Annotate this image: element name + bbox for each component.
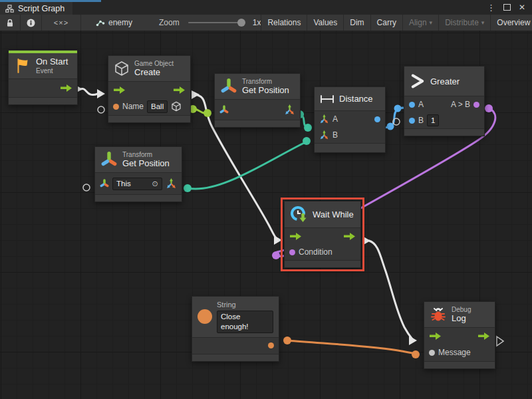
target-object-field[interactable]: This ⊙ [112,178,162,190]
port-label: Message [438,348,471,357]
values-button[interactable]: Values [307,15,343,31]
node-category: Debug [452,306,471,314]
zoom-label: Zoom [159,18,180,27]
node-greater[interactable]: Greater A A > B B 1 [404,66,485,136]
bool-in-port-dot[interactable] [289,249,295,255]
node-get-position-bottom[interactable]: Transform Get Position This ⊙ [94,146,182,202]
node-footer [424,361,495,368]
output-label: A > B [451,100,470,109]
vector3-out-port[interactable] [284,104,295,116]
node-on-start-event[interactable]: On Start Event [8,50,78,105]
vector3-in-port[interactable] [319,130,329,140]
bool-out-port-dot[interactable] [473,102,479,108]
node-header: Greater [404,66,484,96]
port-a-row: A A > B [404,96,484,112]
chevron-down-icon: ▾ [430,19,433,26]
flow-in-port[interactable] [113,86,126,94]
zoom-slider[interactable] [188,22,244,23]
port-label: Name [122,102,144,111]
flow-row [424,328,495,344]
node-string-literal[interactable]: String Close enough! [192,296,279,362]
inspect-button[interactable] [21,15,42,31]
node-header: Debug Log [424,302,495,328]
object-picker-icon[interactable]: ⊙ [152,179,158,189]
graph-toolbar: <×> enemy Zoom 1x Relations Values Dim C… [0,15,532,31]
tab-title: Script Graph [18,4,65,13]
relations-button[interactable]: Relations [261,15,307,31]
port-label: A [332,114,338,124]
port-label: B [332,130,338,140]
node-footer [215,120,300,127]
dim-button[interactable]: Dim [343,15,370,31]
float-in-port-dot[interactable] [409,118,415,124]
graph-breadcrumb[interactable]: enemy [96,15,132,31]
code-preview-button[interactable]: <×> [42,15,81,31]
relations-label: Relations [267,18,301,27]
flow-out-port[interactable] [477,332,490,340]
close-icon[interactable]: ✕ [519,3,525,11]
code-icon: <×> [54,19,68,27]
lock-icon [6,19,14,27]
wait-while-clock-icon [290,205,308,223]
string-value: Close enough! [221,312,269,332]
values-label: Values [313,18,337,27]
flow-out-port[interactable] [60,84,72,92]
title-bar: Script Graph ⋮ ✕ [0,0,532,15]
lock-button[interactable] [0,15,21,31]
node-get-position-top[interactable]: Transform Get Position [214,73,301,128]
node-distance[interactable]: Distance A B [314,86,386,153]
align-dropdown[interactable]: Align ▾ [402,15,438,31]
node-title: Get Position [242,86,289,96]
distribute-label: Distribute [445,18,479,27]
carry-button[interactable]: Carry [370,15,402,31]
node-category: Game Object [134,60,174,68]
node-header: Distance [315,87,385,111]
float-in-port-dot[interactable] [409,102,415,108]
transform-in-port[interactable] [100,179,109,188]
zoom-control: Zoom 1x [159,15,261,31]
vector3-in-port[interactable] [319,114,329,124]
object-in-port-dot[interactable] [429,350,435,356]
graph-name: enemy [108,18,132,27]
string-out-port-dot[interactable] [268,342,274,348]
node-wait-while[interactable]: Wait While Condition [284,201,361,268]
distribute-dropdown[interactable]: Distribute ▾ [438,15,490,31]
greater-than-icon [410,73,426,89]
node-title: Get Position [122,159,170,169]
zoom-slider-handle[interactable] [237,19,245,27]
float-out-port-dot[interactable] [374,116,380,122]
string-type-icon [198,309,212,324]
flow-out-port[interactable] [343,232,356,241]
bug-icon [430,306,447,323]
graph-hierarchy-icon [5,5,14,13]
port-label: B [418,116,424,125]
transform-icon [220,78,237,95]
script-graph-window: Script Graph ⋮ ✕ <×> [0,0,532,399]
name-value-field[interactable]: Ball [147,100,168,113]
carry-label: Carry [377,18,396,27]
gameobject-out-port[interactable] [171,101,182,112]
maximize-icon[interactable] [503,4,511,11]
flow-out-port[interactable] [173,86,186,94]
window-menu-icon[interactable]: ⋮ [487,3,495,12]
node-gameobject-create[interactable]: Game Object Create Name Ball [108,55,191,123]
port-b-row: B 1 [404,112,484,128]
string-value-field[interactable]: Close enough! [217,311,273,333]
flow-in-port[interactable] [429,332,442,340]
window-controls: ⋮ ✕ [487,0,532,15]
transform-in-port[interactable] [219,105,229,114]
name-port-row: Name Ball [108,98,190,115]
vector3-out-port[interactable] [166,178,177,190]
node-title: On Start [36,57,68,67]
target-value: This [116,179,131,189]
node-debug-log[interactable]: Debug Log Message [424,301,495,369]
node-title: String [217,301,273,309]
node-subtitle: Event [36,67,68,75]
tab-script-graph[interactable]: Script Graph [0,0,72,15]
overview-button[interactable]: Overview [490,15,532,31]
b-value-field[interactable]: 1 [427,114,439,127]
port-a-row: A [315,111,385,127]
node-title: Create [134,68,174,78]
flow-in-port[interactable] [289,232,302,241]
string-port-dot[interactable] [113,104,119,110]
